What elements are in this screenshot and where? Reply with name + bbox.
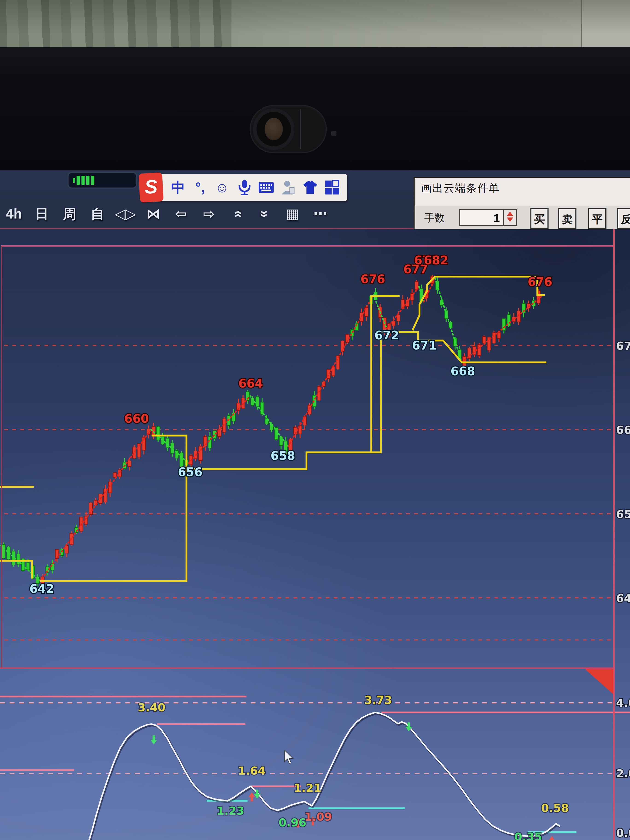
indicator-axis-label: 0.00 — [616, 826, 630, 840]
candle-body — [104, 489, 107, 502]
candle-body — [180, 453, 183, 467]
webcam-privacy-slider — [251, 106, 326, 152]
split-view-button[interactable]: ◁▷ — [111, 205, 139, 222]
stepper-down-icon[interactable] — [507, 218, 513, 222]
emoji-icon[interactable]: ☺ — [211, 174, 233, 201]
timeframe-auto-button[interactable]: 自 — [84, 205, 111, 223]
pivot-label: 676 — [361, 272, 385, 286]
price-axis-label: 640 — [616, 592, 630, 605]
slider-edge — [300, 109, 301, 149]
candle-body — [166, 438, 169, 448]
chinese-mode-icon[interactable]: 中 — [167, 174, 189, 201]
battery-bar-icon — [91, 176, 95, 185]
close-button[interactable]: 平 — [588, 208, 606, 229]
sell-signal-arrow-icon — [151, 736, 157, 745]
reverse-button[interactable]: 反 — [617, 208, 630, 229]
battery-bar-icon — [86, 176, 90, 185]
laptop-screen: 6426606566646586766726776786826716686766… — [0, 171, 630, 840]
indicator-value-label: 0.96 — [279, 816, 306, 829]
mouse-cursor — [284, 750, 297, 768]
indicator-value-label: 1.64 — [238, 764, 266, 777]
buy-signal-arrow-icon — [249, 792, 255, 802]
user-account-icon[interactable] — [277, 179, 299, 196]
laptop-bezel — [0, 47, 630, 171]
ime-toolbar: S 中 °, ☺ — [141, 174, 347, 201]
zoom-in-button[interactable]: » — [251, 205, 279, 222]
pan-right-button[interactable]: ⇨ — [195, 205, 223, 222]
indicator-axis-label: 2.00 — [616, 767, 630, 780]
candle-body — [482, 336, 486, 343]
background-wall — [0, 0, 630, 49]
app-chrome: S 中 °, ☺ 4h日周自◁▷⋈ — [0, 171, 630, 228]
pivot-label: 656 — [178, 465, 203, 479]
more-button[interactable]: ⋯ — [306, 205, 334, 222]
indicator-value-label: 0.35 — [515, 831, 542, 840]
indicator-value-label: 3.40 — [138, 701, 166, 714]
price-axis-label: 660 — [616, 423, 630, 437]
soft-keyboard-icon[interactable] — [255, 181, 277, 194]
indicator-value-label: 0.58 — [541, 802, 569, 815]
timeframe-day-button[interactable]: 日 — [28, 205, 56, 223]
candle-body — [502, 319, 506, 330]
candle-body — [308, 405, 311, 414]
pivot-label: 682 — [424, 253, 448, 267]
sogou-logo-icon[interactable]: S — [139, 172, 164, 203]
candle-body — [396, 315, 400, 321]
grid-layout-button[interactable]: ▦ — [279, 205, 306, 222]
timeframe-week-button[interactable]: 周 — [56, 205, 84, 223]
webcam-iris — [265, 118, 283, 141]
zigzag-segment — [288, 295, 374, 446]
punctuation-icon[interactable]: °, — [189, 174, 211, 201]
battery-bar-icon — [82, 176, 85, 185]
pivot-label: 671 — [412, 338, 437, 352]
pivot-label: 664 — [238, 376, 263, 390]
zoom-out-button[interactable]: » — [223, 205, 251, 222]
zigzag-segment — [462, 297, 541, 362]
merge-view-button[interactable]: ⋈ — [139, 205, 167, 222]
trailing-step-line — [40, 436, 186, 581]
skin-icon[interactable] — [299, 180, 321, 195]
candle-body — [65, 545, 68, 553]
webcam-led-icon — [331, 131, 336, 136]
zigzag-segment — [1, 546, 40, 581]
candle-body — [497, 332, 501, 338]
pivot-label: 642 — [30, 582, 54, 596]
webcam-lens-icon — [253, 108, 295, 150]
price-axis-label: 650 — [616, 508, 630, 521]
indicator-value-label: 1.09 — [305, 810, 332, 823]
candle-body — [360, 313, 363, 321]
voice-input-icon[interactable] — [233, 179, 255, 196]
battery-nub-icon — [73, 178, 75, 183]
order-panel-title: 画出云端条件单 — [421, 181, 500, 196]
axis-pointer-flag — [585, 669, 614, 695]
pivot-label: 658 — [270, 449, 295, 463]
pivot-label: 676 — [528, 275, 553, 289]
battery-bar-icon — [77, 176, 80, 185]
zigzag-segment — [387, 287, 419, 329]
chart-toolbar: 4h日周自◁▷⋈⇦⇨»»▦⋯ — [0, 201, 412, 227]
buy-signal-arrow-icon — [548, 836, 555, 840]
indicator-value-label: 1.23 — [216, 804, 244, 818]
candle-body — [84, 516, 88, 524]
indicator-value-label: 1.21 — [294, 782, 321, 795]
candle-body — [213, 431, 216, 439]
price-chart-canvas[interactable]: 6426606566646586766726776786826716686766… — [0, 171, 630, 840]
lots-stepper[interactable] — [504, 209, 517, 226]
pivot-label: 668 — [451, 364, 475, 378]
candle-body — [477, 344, 481, 355]
lots-label: 手数 — [425, 211, 445, 225]
timeframe-4h-button[interactable]: 4h — [0, 205, 28, 222]
buy-button[interactable]: 买 — [530, 208, 548, 229]
pan-left-button[interactable]: ⇦ — [167, 205, 195, 222]
pivot-label: 660 — [124, 412, 149, 426]
lots-input[interactable]: 1 — [459, 209, 504, 226]
battery-indicator — [69, 173, 136, 188]
stepper-up-icon[interactable] — [507, 212, 513, 216]
candle-body — [261, 402, 264, 414]
candle-body — [133, 447, 136, 458]
wall-shadow — [0, 0, 630, 49]
toolbox-grid-icon[interactable] — [321, 180, 343, 195]
photo-stage: 6426606566646586766726776786826716686766… — [0, 0, 630, 840]
sell-button[interactable]: 卖 — [558, 208, 576, 229]
order-panel: 画出云端条件单 手数 1 买卖平反 — [414, 177, 630, 229]
